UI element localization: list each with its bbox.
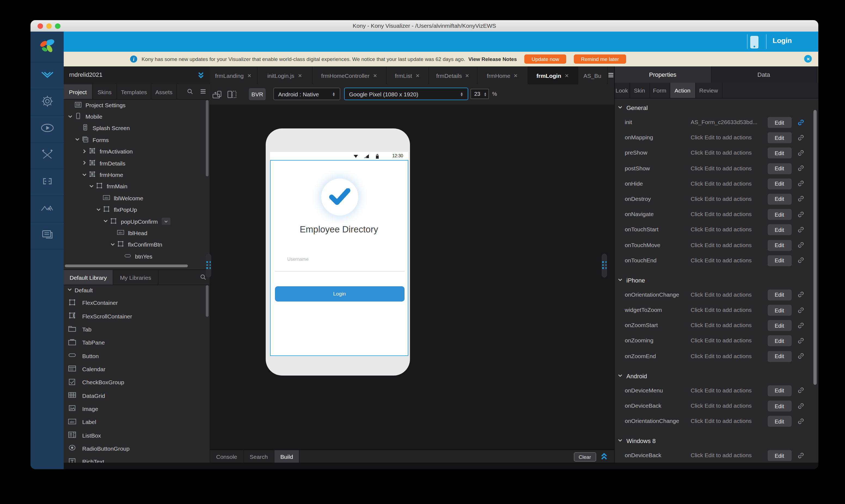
edit-button[interactable]: Edit xyxy=(768,255,791,266)
tree-item-flxConfirmBtn[interactable]: flxConfirmBtn xyxy=(64,239,210,250)
username-field[interactable]: Username xyxy=(287,256,308,262)
chevron-down-toggle[interactable] xyxy=(96,206,102,213)
panel-tab-skins[interactable]: Skins xyxy=(93,84,117,99)
edit-button[interactable]: Edit xyxy=(768,290,791,301)
bvr-button[interactable]: BVR xyxy=(249,88,266,100)
app-title-label[interactable]: Employee Directory xyxy=(270,224,408,234)
kony-logo-button[interactable] xyxy=(31,32,64,62)
close-tab-button[interactable] xyxy=(247,73,251,77)
editor-tab-frmHomeController[interactable]: frmHomeController xyxy=(312,67,386,84)
section-header-android[interactable]: Android xyxy=(614,369,815,383)
visualizer-logo-button[interactable] xyxy=(31,62,64,89)
link-icon[interactable] xyxy=(796,179,805,188)
tree-item-frmMain[interactable]: frmMain xyxy=(64,180,210,192)
library-tab-default-library[interactable]: Default Library xyxy=(64,270,113,285)
tools-button[interactable] xyxy=(31,143,64,169)
sub-tab-look[interactable]: Look xyxy=(614,83,630,98)
device-preview-icon[interactable] xyxy=(750,36,758,49)
edit-button[interactable]: Edit xyxy=(768,117,791,128)
sub-tab-form[interactable]: Form xyxy=(650,83,670,98)
link-icon[interactable] xyxy=(796,321,805,330)
chevron-down-toggle[interactable] xyxy=(617,373,623,379)
chevron-down-toggle[interactable] xyxy=(617,105,623,111)
link-icon[interactable] xyxy=(796,417,805,425)
edit-button[interactable]: Edit xyxy=(768,163,791,174)
tree-item-lblHead[interactable]: abclblHead xyxy=(64,227,210,239)
library-item-RichText[interactable]: RichText xyxy=(64,455,210,463)
gear-button[interactable] xyxy=(31,89,64,116)
mountains-button[interactable] xyxy=(31,196,64,222)
close-tab-button[interactable] xyxy=(373,73,377,77)
chevron-down-toggle[interactable] xyxy=(103,218,109,224)
library-item-TabPane[interactable]: TabPane xyxy=(64,336,210,349)
library-item-CheckBoxGroup[interactable]: CheckBoxGroup xyxy=(64,376,210,389)
editor-tab-frmDetails[interactable]: frmDetails xyxy=(429,67,478,84)
tree-scrollbar[interactable] xyxy=(206,100,209,176)
edit-button[interactable]: Edit xyxy=(768,224,791,235)
edit-button[interactable]: Edit xyxy=(768,385,791,396)
expand-console-icon[interactable] xyxy=(600,452,607,461)
chevron-down-toggle[interactable] xyxy=(617,438,623,445)
section-header-general[interactable]: General xyxy=(614,101,815,115)
edit-button[interactable]: Edit xyxy=(768,240,791,251)
link-icon[interactable] xyxy=(796,451,805,460)
edit-button[interactable]: Edit xyxy=(768,209,791,220)
link-icon[interactable] xyxy=(796,306,805,314)
panel-menu-button[interactable] xyxy=(197,84,210,99)
device-compare-icon[interactable] xyxy=(227,90,237,101)
link-icon[interactable] xyxy=(796,149,805,157)
chevron-down-toggle[interactable] xyxy=(82,172,88,178)
link-icon[interactable] xyxy=(796,386,805,395)
tree-item-flxPopUp[interactable]: flxPopUp xyxy=(64,204,210,216)
link-icon[interactable] xyxy=(796,195,805,203)
play-button[interactable] xyxy=(31,116,64,143)
device-select[interactable]: Google Pixel (1080 x 1920) ▲▼ xyxy=(344,88,468,100)
console-tab-console[interactable]: Console xyxy=(210,450,244,463)
library-item-Calendar[interactable]: Calendar xyxy=(64,362,210,376)
tree-item-Forms[interactable]: Forms xyxy=(64,134,210,146)
library-item-FlexContainer[interactable]: FlexContainer xyxy=(64,296,210,309)
editor-tab-frmLogin[interactable]: frmLogin xyxy=(528,67,578,84)
link-icon[interactable] xyxy=(796,210,805,218)
design-canvas[interactable]: 12:30 Employee Directory Username Login xyxy=(210,105,614,450)
close-tab-button[interactable] xyxy=(298,73,302,77)
section-header-iphone[interactable]: iPhone xyxy=(614,273,815,287)
library-tab-my-libraries[interactable]: My Libraries xyxy=(113,270,158,285)
rotate-device-icon[interactable] xyxy=(212,90,222,101)
search-button[interactable] xyxy=(183,84,197,99)
chevron-down-toggle[interactable] xyxy=(68,113,73,120)
sub-tab-review[interactable]: Review xyxy=(696,83,722,98)
form-frmLogin[interactable]: Employee Directory Username Login xyxy=(270,160,408,356)
library-item-Label[interactable]: abcLabel xyxy=(64,415,210,429)
link-icon[interactable] xyxy=(796,336,805,345)
chevron-down-toggle[interactable] xyxy=(110,242,116,248)
release-notes-link[interactable]: View Release Notes xyxy=(468,56,517,62)
library-item-Button[interactable]: Button xyxy=(64,349,210,362)
edit-button[interactable]: Edit xyxy=(768,416,791,427)
update-now-button[interactable]: Update now xyxy=(525,54,566,64)
zoom-input[interactable]: 23 ▲▼ xyxy=(470,89,489,99)
edit-button[interactable]: Edit xyxy=(768,148,791,159)
remind-later-button[interactable]: Remind me later xyxy=(574,54,626,64)
tree-item-Splash Screen[interactable]: Splash Screen xyxy=(64,123,210,134)
editor-tab-AS_Bu[interactable]: AS_Bu xyxy=(578,67,607,84)
tree-item-frmHome[interactable]: frmHome xyxy=(64,169,210,181)
panel-tab-templates[interactable]: Templates xyxy=(117,84,151,99)
sub-tab-action[interactable]: Action xyxy=(670,83,696,98)
tree-item-frmActivation[interactable]: frmActivation xyxy=(64,146,210,157)
edit-button[interactable]: Edit xyxy=(768,179,791,190)
panel-tab-assets[interactable]: Assets xyxy=(151,84,177,99)
phone-login-button[interactable]: Login xyxy=(275,286,404,301)
tree-item-frmDetails[interactable]: frmDetails xyxy=(64,157,210,169)
close-notification-icon[interactable] xyxy=(804,55,812,62)
link-icon[interactable] xyxy=(796,118,805,127)
link-icon[interactable] xyxy=(796,240,805,249)
tree-item-Mobile[interactable]: Mobile xyxy=(64,111,210,123)
close-tab-button[interactable] xyxy=(514,73,518,77)
library-group-header[interactable]: Default xyxy=(64,284,210,296)
library-item-Tab[interactable]: Tab xyxy=(64,323,210,336)
code-brackets-button[interactable] xyxy=(31,169,64,196)
clear-button[interactable]: Clear xyxy=(574,452,596,461)
properties-tab-properties[interactable]: Properties xyxy=(614,67,712,83)
platform-select[interactable]: Android : Native ▲▼ xyxy=(273,88,340,100)
